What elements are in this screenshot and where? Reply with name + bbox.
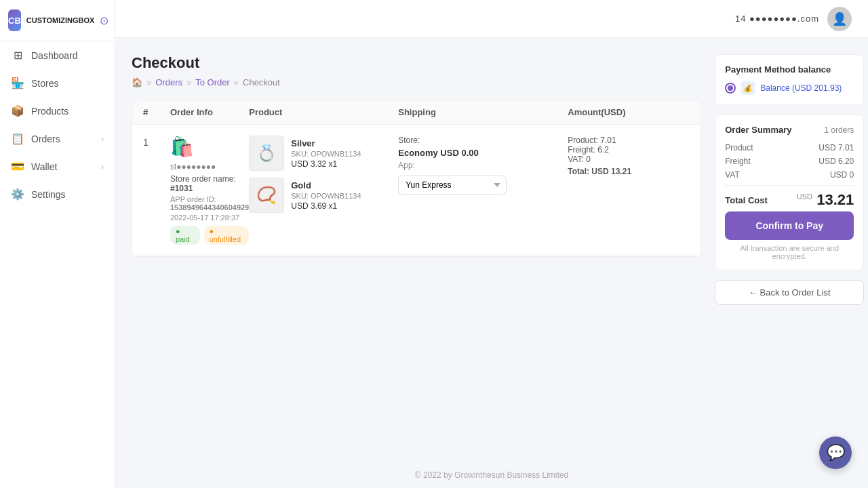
shipping-cell: Store: Economy USD 0.00 App: Yun Express [398,136,568,195]
summary-count: 1 orders [824,125,854,135]
products-nav-icon: 📦 [11,104,24,117]
sidebar-item-dashboard[interactable]: ⊞ Dashboard [0,41,115,69]
total-currency: USD [797,192,812,201]
amount-freight: Freight: 6.2 [568,145,690,155]
summary-title: Order Summary [725,125,791,135]
logo-text: CUSTOMIZINGBOX [26,16,95,24]
amount-product: Product: 7.01 [568,136,690,145]
secure-text: All transaction are secure and encrypted… [725,244,854,260]
wallet-nav-icon: 💳 [11,160,24,173]
logo-icon: CB [8,9,21,31]
breadcrumb-to-order[interactable]: To Order [195,77,230,87]
summary-freight-label: Freight [725,157,750,166]
sidebar-item-label-wallet: Wallet [31,161,94,172]
sidebar-item-products[interactable]: 📦 Products [0,97,115,125]
shipping-app-label: App: [398,161,568,170]
product-details-silver: Silver SKU: OPOWNB1134 USD 3.32 x1 [291,138,361,169]
total-row: Total Cost USD 13.21 [725,191,854,209]
shipping-carrier-select[interactable]: Yun Express [398,176,507,195]
store-name-masked: st●●●●●●●● [170,162,249,171]
payment-method-title: Payment Method balance [725,64,854,75]
right-panel: Payment Method balance 💰 Balance (USD 20… [715,54,864,446]
chat-button[interactable]: 💬 [819,436,852,469]
sidebar-item-label-stores: Stores [31,78,104,89]
total-amount-value: 13.21 [816,191,854,208]
breadcrumb-checkout: Checkout [243,77,280,87]
badge-paid: ● paid [170,226,200,245]
avatar: 👤 [827,7,852,31]
order-name-val: #1031 [170,184,193,193]
sidebar-item-label-dashboard: Dashboard [31,50,104,61]
breadcrumb: 🏠 » Orders » To Order » Checkout [132,77,701,87]
summary-product-label: Product [725,143,753,152]
order-name-row: Store order name: #1031 [170,174,249,193]
back-to-order-list-button[interactable]: ← Back to Order List [715,280,864,305]
table-row: 1 🛍️ st●●●●●●●● Store order name: #1031 … [132,125,701,256]
summary-row-vat: VAT USD 0 [725,170,854,180]
summary-header: Order Summary 1 orders [725,125,854,135]
sidebar-logo: CB CUSTOMIZINGBOX ⊙ [0,0,115,41]
col-amount: Amount(USD) [568,107,690,117]
product-sku-silver: SKU: OPOWNB1134 [291,150,361,158]
summary-freight-value: USD 6.20 [818,157,854,166]
order-summary-box: Order Summary 1 orders Product USD 7.01 … [715,115,864,270]
sidebar-item-label-orders: Orders [31,134,94,144]
sidebar-settings-icon[interactable]: ⊙ [100,14,108,27]
top-header: 14 ●●●●●●●●.com 👤 [115,0,868,38]
radio-button[interactable] [725,83,736,94]
summary-divider [725,185,854,186]
total-cost-label: Total Cost [725,195,768,205]
chevron-icon-wallet: › [101,163,104,171]
header-email: 14 ●●●●●●●●.com [735,14,819,24]
sidebar-nav: ⊞ Dashboard 🏪 Stores 📦 Products 📋 Orders… [0,41,115,208]
payment-method-box: Payment Method balance 💰 Balance (USD 20… [715,54,864,105]
product-name-gold: Gold [291,180,361,190]
product-thumb-silver: 💍 [249,136,284,171]
sidebar-item-stores[interactable]: 🏪 Stores [0,69,115,97]
sidebar-item-label-products: Products [31,106,104,117]
footer: © 2022 by Growinthesun Business Limited [115,462,868,488]
amount-cell: Product: 7.01 Freight: 6.2 VAT: 0 Total:… [568,136,690,176]
summary-product-value: USD 7.01 [818,143,854,152]
sidebar-item-label-settings: Settings [31,189,104,200]
order-table: # Order Info Product Shipping Amount(USD… [132,100,701,257]
product-name-silver: Silver [291,138,361,148]
product-details-gold: Gold SKU: OPOWNB1134 USD 3.69 x1 [291,180,361,211]
settings-nav-icon: ⚙️ [11,188,24,201]
stores-nav-icon: 🏪 [11,77,24,89]
sidebar: CB CUSTOMIZINGBOX ⊙ ⊞ Dashboard 🏪 Stores… [0,0,115,488]
col-shipping: Shipping [398,107,568,117]
row-number: 1 [143,136,170,148]
balance-label: Balance (USD 201.93) [760,83,842,93]
table-header: # Order Info Product Shipping Amount(USD… [132,100,701,125]
balance-icon: 💰 [741,81,755,95]
sidebar-item-orders[interactable]: 📋 Orders › [0,125,115,152]
sidebar-item-settings[interactable]: ⚙️ Settings [0,180,115,208]
amount-vat: VAT: 0 [568,155,690,164]
payment-option[interactable]: 💰 Balance (USD 201.93) [725,81,854,95]
product-item-silver: 💍 Silver SKU: OPOWNB1134 USD 3.32 x1 [249,136,398,171]
col-num: # [143,107,170,117]
sidebar-item-wallet[interactable]: 💳 Wallet › [0,152,115,180]
product-thumb-gold: 📿 [249,178,284,213]
confirm-to-pay-button[interactable]: Confirm to Pay [725,211,854,240]
summary-row-freight: Freight USD 6.20 [725,157,854,166]
order-date: 2022-05-17 17:28:37 [170,214,249,222]
product-item-gold: 📿 Gold SKU: OPOWNB1134 USD 3.69 x1 [249,178,398,213]
amount-total: Total: USD 13.21 [568,167,690,176]
summary-vat-label: VAT [725,170,740,180]
page-title: Checkout [132,54,701,72]
shipping-method: Economy USD 0.00 [398,148,568,158]
col-product: Product [249,107,398,117]
store-shopify-icon: 🛍️ [170,136,249,158]
product-sku-gold: SKU: OPOWNB1134 [291,192,361,200]
product-price-silver: USD 3.32 x1 [291,159,361,169]
breadcrumb-orders[interactable]: Orders [155,77,182,87]
badge-unfulfilled: ● unfulfilled [204,226,250,245]
chevron-icon-orders: › [101,135,104,143]
home-icon[interactable]: 🏠 [132,77,142,87]
order-name-label: Store order name: [170,174,236,184]
app-order-id: APP order ID: 1538949644340604929 [170,195,249,211]
summary-row-product: Product USD 7.01 [725,143,854,152]
product-price-gold: USD 3.69 x1 [291,201,361,211]
